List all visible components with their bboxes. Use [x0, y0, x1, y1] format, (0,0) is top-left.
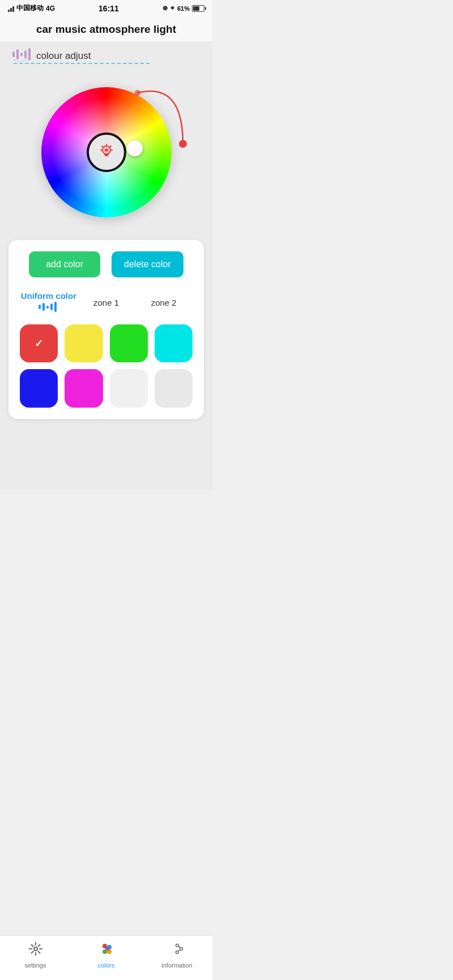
color-swatch-red[interactable]: [20, 324, 58, 362]
svg-rect-3: [24, 50, 27, 58]
color-picker-dot[interactable]: [127, 140, 143, 156]
svg-rect-14: [105, 155, 108, 156]
color-wheel-center-button[interactable]: [87, 132, 126, 172]
svg-rect-22: [54, 302, 57, 312]
color-swatch-empty[interactable]: [155, 369, 193, 407]
page-title: car music atmosphere light: [0, 15, 212, 41]
status-bar: 中国移动 4G 16:11 ⊕ ✴ 61%: [0, 0, 212, 15]
color-wheel-section: [0, 65, 212, 234]
carrier-label: 中国移动: [16, 3, 44, 13]
color-swatch-white[interactable]: [110, 369, 148, 407]
color-swatch-yellow[interactable]: [65, 324, 102, 362]
panel-buttons: add color delete color: [20, 251, 193, 277]
status-left: 中国移动 4G: [8, 3, 55, 13]
svg-rect-4: [28, 48, 31, 61]
color-swatch-blue[interactable]: [20, 369, 58, 407]
tab-area: colour adjust: [0, 41, 212, 65]
color-grid: [20, 324, 193, 408]
network-label: 4G: [46, 5, 55, 12]
music-bars-icon: [37, 302, 60, 314]
svg-rect-21: [50, 303, 53, 310]
battery-icon: [192, 5, 204, 12]
color-swatch-magenta[interactable]: [65, 369, 102, 407]
zone2-tab[interactable]: zone 2: [135, 296, 193, 310]
color-swatch-green[interactable]: [110, 324, 148, 362]
colour-adjust-tab[interactable]: colour adjust: [36, 50, 91, 63]
music-mode-icon[interactable]: [11, 47, 32, 65]
add-color-button[interactable]: add color: [29, 251, 100, 277]
uniform-color-tab[interactable]: Uniform color: [20, 289, 78, 316]
main-content: colour adjust: [0, 41, 212, 490]
svg-line-9: [102, 146, 103, 147]
svg-rect-0: [12, 52, 15, 57]
svg-rect-18: [39, 305, 41, 309]
color-swatch-cyan[interactable]: [155, 324, 193, 362]
time-display: 16:11: [99, 4, 119, 13]
signal-bars: [8, 5, 14, 12]
battery-percent: 61%: [177, 5, 190, 12]
status-right: ⊕ ✴ 61%: [163, 5, 204, 12]
svg-rect-13: [104, 153, 109, 155]
zone-tabs: Uniform color zone 1 zone 2: [20, 289, 193, 316]
location-icon: ⊕: [163, 5, 168, 12]
bulb-icon: [97, 143, 116, 161]
svg-rect-2: [20, 53, 23, 56]
svg-rect-20: [46, 306, 49, 309]
svg-rect-19: [42, 303, 45, 311]
svg-line-10: [110, 146, 111, 147]
zone1-tab[interactable]: zone 1: [78, 296, 135, 310]
bluetooth-icon: ✴: [170, 5, 175, 12]
delete-color-button[interactable]: delete color: [112, 251, 183, 277]
color-panel: add color delete color Uniform color zon…: [8, 240, 204, 419]
svg-point-5: [179, 140, 187, 148]
svg-rect-1: [16, 49, 19, 59]
color-wheel-container[interactable]: [41, 87, 172, 217]
